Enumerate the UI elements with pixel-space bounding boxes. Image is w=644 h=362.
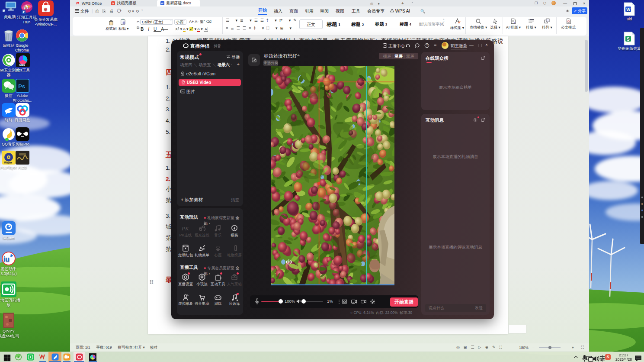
- svg-text:jh: jh: [23, 4, 29, 10]
- svg-text:S: S: [627, 37, 630, 42]
- svg-text:W: W: [161, 2, 164, 5]
- svg-text:OBS: OBS: [19, 63, 26, 66]
- svg-text:PK: PK: [182, 225, 189, 232]
- svg-text:W: W: [626, 7, 631, 12]
- svg-text:e: e: [44, 6, 47, 12]
- svg-text:Ps: Ps: [18, 83, 25, 90]
- svg-text:D: D: [112, 2, 114, 5]
- svg-text:iu: iu: [3, 255, 10, 263]
- svg-text:?: ?: [426, 44, 428, 47]
